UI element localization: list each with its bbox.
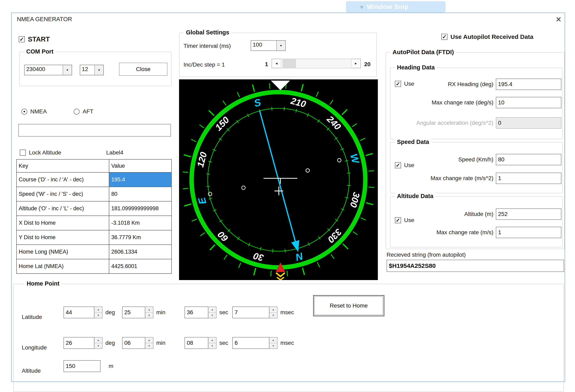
close-port-button[interactable]: Close	[119, 63, 168, 76]
nmea-radio[interactable]: ● NMEA	[21, 108, 47, 115]
speed-input[interactable]	[496, 154, 561, 165]
latitude-deg-stepper[interactable]: ▲ ▼	[95, 307, 102, 318]
com-number-select[interactable]: 12 ▼	[80, 65, 104, 75]
use-autopilot-checkbox[interactable]: ✓ Use Autopilot Received Data	[441, 33, 533, 40]
altitude-input[interactable]	[496, 208, 561, 220]
longitude-sec-stepper[interactable]: ▲ ▼	[208, 337, 216, 349]
start-checkbox[interactable]: ✓ START	[19, 35, 50, 43]
spinner-up-icon[interactable]: ▲	[95, 307, 102, 313]
longitude-sec-input[interactable]	[185, 337, 208, 349]
nmea-string-input[interactable]	[18, 124, 171, 137]
step-scrollbar[interactable]: ◄ ►	[271, 59, 361, 68]
spinner-up-icon[interactable]: ▲	[95, 338, 102, 343]
scroll-right-icon[interactable]: ►	[351, 59, 360, 68]
row-key[interactable]: Speed ('W' - inc / 'S' - dec)	[17, 187, 109, 201]
checkmark-icon[interactable]: ✓	[19, 36, 25, 42]
altitude-rate-input[interactable]	[496, 227, 561, 238]
row-value[interactable]: -3.1018 Km	[109, 216, 171, 230]
table-row[interactable]: Altitude ('O' - inc / 'L' - dec) 181.099…	[17, 201, 171, 216]
longitude-msec-stepper[interactable]: ▲ ▼	[269, 337, 278, 349]
table-row[interactable]: Course ('D' - inc / 'A' - dec) 195.4	[17, 172, 171, 187]
window-snip-background: ▾ Window Snip	[346, 1, 446, 13]
spinner-down-icon[interactable]: ▼	[208, 343, 216, 349]
longitude-msec-field: ▲ ▼ msec	[232, 337, 294, 349]
longitude-deg-input[interactable]	[64, 337, 95, 349]
latitude-sec-stepper[interactable]: ▲ ▼	[208, 307, 216, 318]
radio-dot-icon[interactable]	[74, 109, 80, 115]
row-key[interactable]: Course ('D' - inc / 'A' - dec)	[17, 172, 109, 187]
scrollbar-thumb[interactable]	[283, 59, 296, 68]
spinner-up-icon[interactable]: ▲	[269, 307, 277, 313]
longitude-min-stepper[interactable]: ▲ ▼	[145, 337, 153, 349]
close-icon[interactable]: ✕	[553, 15, 564, 24]
spinner-up-icon[interactable]: ▲	[269, 338, 277, 343]
table-row[interactable]: Home Long (NMEA) 2606.1334	[17, 245, 171, 259]
latitude-msec-input[interactable]	[232, 307, 269, 318]
row-key[interactable]: Y Dist to Home	[17, 230, 109, 245]
rx-heading-input[interactable]	[496, 78, 561, 90]
spinner-down-icon[interactable]: ▼	[145, 313, 153, 318]
longitude-msec-input[interactable]	[232, 337, 269, 349]
latitude-deg-input[interactable]	[64, 307, 95, 318]
title-bar: NMEA GENERATOR ✕	[12, 13, 565, 25]
speed-use-checkbox[interactable]: ✓ Use	[395, 162, 414, 169]
checkmark-icon[interactable]	[20, 149, 26, 156]
row-key[interactable]: Home Lat (NMEA)	[17, 259, 109, 273]
altitude-use-checkbox[interactable]: ✓ Use	[395, 217, 414, 223]
use-autopilot-label: Use Autopilot Received Data	[451, 33, 533, 40]
radio-dot-icon[interactable]: ●	[21, 109, 27, 115]
row-value-selected[interactable]: 195.4	[109, 172, 171, 187]
reset-to-home-button[interactable]: Reset to Home	[314, 296, 383, 315]
spinner-up-icon[interactable]: ▲	[145, 338, 153, 343]
spinner-down-icon[interactable]: ▼	[95, 343, 102, 349]
longitude-min-input[interactable]	[122, 337, 145, 349]
heading-rate-input[interactable]	[496, 97, 561, 108]
dropdown-icon[interactable]: ▼	[95, 65, 103, 75]
heading-rate-label: Max change rate (deg/s)	[395, 99, 493, 106]
longitude-deg-stepper[interactable]: ▲ ▼	[95, 337, 102, 349]
dropdown-icon[interactable]: ▼	[276, 41, 285, 50]
spinner-down-icon[interactable]: ▼	[145, 343, 153, 349]
dropdown-icon[interactable]: ▼	[63, 65, 72, 75]
spinner-down-icon[interactable]: ▼	[95, 313, 102, 318]
table-row[interactable]: Speed ('W' - inc / 'S' - dec) 80	[17, 187, 171, 201]
row-key[interactable]: Home Long (NMEA)	[17, 245, 109, 259]
baud-rate-select[interactable]: 230400 ▼	[24, 65, 72, 75]
speed-data-group: Speed Data ✓ Use Speed (Km/h) Max change…	[390, 142, 563, 193]
lock-altitude-checkbox[interactable]: Lock Altitude	[20, 149, 61, 156]
value-column-header: Value	[109, 159, 171, 172]
latitude-min-input[interactable]	[122, 307, 145, 318]
speed-rate-input[interactable]	[496, 172, 561, 184]
table-row[interactable]: Home Lat (NMEA) 4425.6001	[17, 259, 171, 273]
row-key[interactable]: Altitude ('O' - inc / 'L' - dec)	[17, 201, 109, 216]
table-row[interactable]: Y Dist to Home 36.7779 Km	[17, 230, 171, 245]
table-row[interactable]: X Dist to Home -3.1018 Km	[17, 216, 171, 230]
checkmark-icon[interactable]: ✓	[395, 217, 401, 223]
home-altitude-input[interactable]	[64, 360, 100, 372]
spinner-up-icon[interactable]: ▲	[208, 307, 216, 313]
received-string-input[interactable]	[386, 260, 564, 272]
row-key[interactable]: X Dist to Home	[17, 216, 109, 230]
spinner-down-icon[interactable]: ▼	[269, 313, 277, 318]
svg-text:N: N	[294, 250, 304, 263]
spinner-up-icon[interactable]: ▲	[145, 307, 153, 313]
latitude-min-stepper[interactable]: ▲ ▼	[145, 307, 153, 318]
checkmark-icon[interactable]: ✓	[441, 34, 447, 40]
altitude-use-label: Use	[404, 217, 414, 223]
row-value[interactable]: 80	[109, 187, 171, 201]
spinner-up-icon[interactable]: ▲	[208, 338, 216, 343]
checkmark-icon[interactable]: ✓	[395, 162, 401, 168]
aft-radio[interactable]: AFT	[74, 108, 93, 115]
scroll-left-icon[interactable]: ◄	[272, 59, 281, 68]
spinner-down-icon[interactable]: ▼	[208, 313, 216, 318]
row-value[interactable]: 36.7779 Km	[109, 230, 171, 245]
row-value[interactable]: 181.099999999998	[109, 201, 171, 216]
row-value[interactable]: 4425.6001	[109, 259, 171, 273]
spinner-down-icon[interactable]: ▼	[269, 343, 277, 349]
speed-rate-label: Max change rate (m/s^2)	[395, 175, 493, 182]
com-port-group-title: COM Port	[24, 48, 56, 55]
timer-interval-select[interactable]: 100 ▼	[251, 40, 286, 51]
latitude-msec-stepper[interactable]: ▲ ▼	[269, 307, 278, 318]
latitude-sec-input[interactable]	[185, 307, 208, 318]
row-value[interactable]: 2606.1334	[109, 245, 171, 259]
